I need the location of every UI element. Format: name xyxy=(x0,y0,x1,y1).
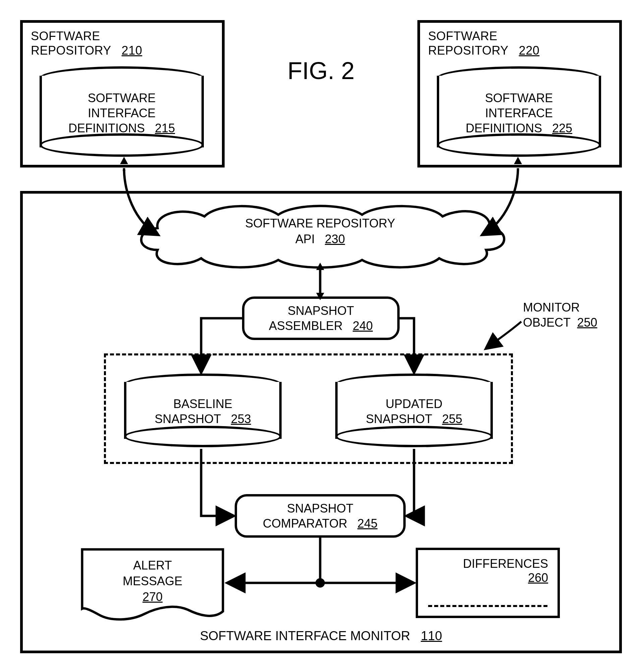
monitor-object-label: MONITOR OBJECT 250 xyxy=(523,300,597,330)
alert-message-box: ALERT MESSAGE 270 xyxy=(80,548,224,621)
baseline-l2: SNAPSHOT xyxy=(155,412,221,426)
monitor-object-ref: 250 xyxy=(577,316,597,329)
repo-left-cylinder: SOFTWARE INTERFACE DEFINITIONS 215 xyxy=(40,66,204,157)
differences-label: DIFFERENCES xyxy=(463,557,548,570)
repo-right-cyl-l2: INTERFACE xyxy=(485,106,553,120)
cloud-l1: SOFTWARE REPOSITORY xyxy=(245,216,395,230)
baseline-snapshot-cylinder: BASELINE SNAPSHOT 253 xyxy=(124,373,282,447)
repo-left-cyl-l3: DEFINITIONS xyxy=(68,121,145,135)
assembler-l1: SNAPSHOT xyxy=(288,304,354,318)
monitor-title: SOFTWARE INTERFACE MONITOR 110 xyxy=(23,629,619,643)
updated-snapshot-cylinder: UPDATED SNAPSHOT 255 xyxy=(335,373,493,447)
repo-left-cyl-ref: 215 xyxy=(155,121,175,135)
repo-right-cyl-ref: 225 xyxy=(552,121,572,135)
repo-right-cyl-l1: SOFTWARE xyxy=(485,91,553,105)
repo-left-title-l2: REPOSITORY xyxy=(31,43,111,57)
cloud-api: SOFTWARE REPOSITORY API 230 xyxy=(121,200,519,270)
cloud-l2: API xyxy=(295,232,315,246)
comparator-l1: SNAPSHOT xyxy=(287,501,354,515)
repo-right-title: SOFTWARE REPOSITORY 220 xyxy=(428,29,611,57)
repo-right-title-l2: REPOSITORY xyxy=(428,43,508,57)
differences-ref: 260 xyxy=(528,571,548,584)
alert-l2: MESSAGE xyxy=(123,574,182,588)
repo-left-ref: 210 xyxy=(122,43,142,57)
repo-right-cyl-l3: DEFINITIONS xyxy=(466,121,542,135)
snapshot-comparator-box: SNAPSHOT COMPARATOR 245 xyxy=(235,494,406,538)
repo-right-title-l1: SOFTWARE xyxy=(428,29,498,43)
comparator-ref: 245 xyxy=(357,516,377,530)
updated-l2: SNAPSHOT xyxy=(366,412,432,426)
monitor-object-l2: OBJECT xyxy=(523,316,570,329)
alert-l1: ALERT xyxy=(133,558,172,572)
repo-right-ref: 220 xyxy=(519,43,540,57)
assembler-l2: ASSEMBLER xyxy=(269,319,343,333)
updated-l1: UPDATED xyxy=(386,397,442,411)
monitor-object-l1: MONITOR xyxy=(523,301,580,314)
monitor-title-label: SOFTWARE INTERFACE MONITOR xyxy=(200,629,410,643)
monitor-title-ref: 110 xyxy=(421,629,442,643)
baseline-ref: 253 xyxy=(231,412,251,426)
repo-left-title-l1: SOFTWARE xyxy=(31,29,100,43)
assembler-ref: 240 xyxy=(353,319,373,333)
software-repository-right-box: SOFTWARE REPOSITORY 220 SOFTWARE INTERFA… xyxy=(418,20,622,168)
baseline-l1: BASELINE xyxy=(173,397,232,411)
snapshot-assembler-box: SNAPSHOT ASSEMBLER 240 xyxy=(242,297,400,340)
differences-dashes xyxy=(428,605,548,607)
alert-ref: 270 xyxy=(142,590,163,604)
repo-left-cyl-l2: INTERFACE xyxy=(88,106,156,120)
repo-left-title: SOFTWARE REPOSITORY 210 xyxy=(31,29,214,57)
updated-ref: 255 xyxy=(442,412,462,426)
software-repository-left-box: SOFTWARE REPOSITORY 210 SOFTWARE INTERFA… xyxy=(20,20,224,168)
cloud-ref: 230 xyxy=(325,232,345,246)
repo-right-cylinder: SOFTWARE INTERFACE DEFINITIONS 225 xyxy=(437,66,601,157)
differences-box: DIFFERENCES 260 xyxy=(416,548,560,618)
repo-left-cyl-l1: SOFTWARE xyxy=(88,91,156,105)
comparator-l2: COMPARATOR xyxy=(263,516,347,530)
